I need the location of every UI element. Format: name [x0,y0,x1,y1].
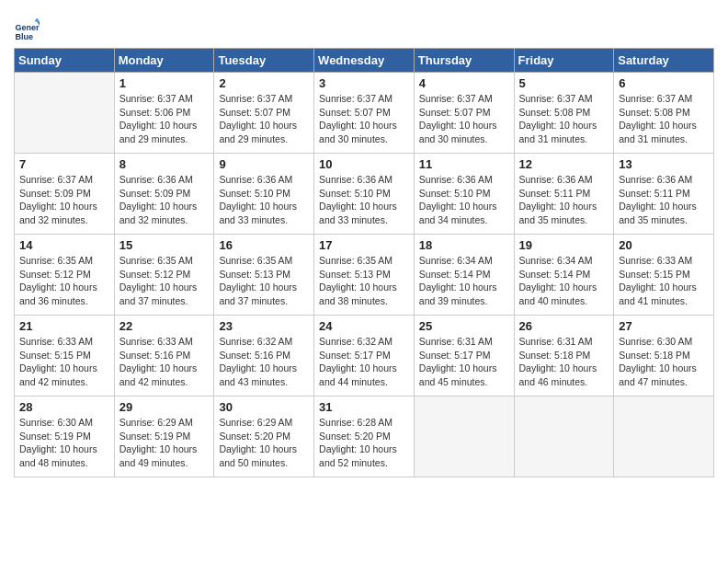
calendar-cell: 31Sunrise: 6:28 AM Sunset: 5:20 PM Dayli… [314,396,415,477]
calendar-cell: 28Sunrise: 6:30 AM Sunset: 5:19 PM Dayli… [15,396,115,477]
calendar-cell [414,396,514,477]
calendar-cell: 26Sunrise: 6:31 AM Sunset: 5:18 PM Dayli… [514,316,614,396]
day-info: Sunrise: 6:29 AM Sunset: 5:20 PM Dayligh… [219,416,309,470]
calendar-cell: 6Sunrise: 6:37 AM Sunset: 5:08 PM Daylig… [614,73,714,154]
calendar-cell: 2Sunrise: 6:37 AM Sunset: 5:07 PM Daylig… [214,73,314,154]
calendar-cell: 15Sunrise: 6:35 AM Sunset: 5:12 PM Dayli… [114,235,214,316]
calendar-cell: 30Sunrise: 6:29 AM Sunset: 5:20 PM Dayli… [214,396,314,477]
day-info: Sunrise: 6:28 AM Sunset: 5:20 PM Dayligh… [319,416,409,470]
day-number: 15 [119,238,210,252]
calendar-cell: 22Sunrise: 6:33 AM Sunset: 5:16 PM Dayli… [114,316,214,396]
day-number: 25 [419,319,509,333]
calendar-cell: 10Sunrise: 6:36 AM Sunset: 5:10 PM Dayli… [314,154,415,235]
calendar-week-2: 7Sunrise: 6:37 AM Sunset: 5:09 PM Daylig… [15,154,714,235]
day-number: 2 [219,76,309,90]
header-day-monday: Monday [114,49,214,73]
day-number: 12 [519,157,609,171]
day-info: Sunrise: 6:32 AM Sunset: 5:17 PM Dayligh… [319,335,409,389]
calendar-cell: 20Sunrise: 6:33 AM Sunset: 5:15 PM Dayli… [614,235,714,316]
calendar-cell: 9Sunrise: 6:36 AM Sunset: 5:10 PM Daylig… [214,154,314,235]
calendar-table: SundayMondayTuesdayWednesdayThursdayFrid… [14,48,714,477]
day-info: Sunrise: 6:34 AM Sunset: 5:14 PM Dayligh… [519,254,609,308]
calendar-cell: 7Sunrise: 6:37 AM Sunset: 5:09 PM Daylig… [15,154,115,235]
header-day-sunday: Sunday [15,49,115,73]
header-day-saturday: Saturday [614,49,714,73]
calendar-cell [15,73,115,154]
calendar-cell: 8Sunrise: 6:36 AM Sunset: 5:09 PM Daylig… [114,154,214,235]
day-info: Sunrise: 6:34 AM Sunset: 5:14 PM Dayligh… [419,254,509,308]
day-info: Sunrise: 6:37 AM Sunset: 5:07 PM Dayligh… [219,92,309,146]
day-info: Sunrise: 6:37 AM Sunset: 5:06 PM Dayligh… [119,92,210,146]
day-number: 24 [319,319,409,333]
day-number: 9 [219,157,309,171]
header-day-friday: Friday [514,49,614,73]
calendar-cell: 25Sunrise: 6:31 AM Sunset: 5:17 PM Dayli… [414,316,514,396]
day-number: 31 [319,400,409,414]
calendar-week-3: 14Sunrise: 6:35 AM Sunset: 5:12 PM Dayli… [15,235,714,316]
calendar-cell: 24Sunrise: 6:32 AM Sunset: 5:17 PM Dayli… [314,316,415,396]
day-info: Sunrise: 6:35 AM Sunset: 5:13 PM Dayligh… [219,254,309,308]
day-number: 6 [619,76,709,90]
logo: General Blue [14,17,42,42]
calendar-header-row: SundayMondayTuesdayWednesdayThursdayFrid… [15,49,714,73]
calendar-cell: 17Sunrise: 6:35 AM Sunset: 5:13 PM Dayli… [314,235,415,316]
day-info: Sunrise: 6:36 AM Sunset: 5:10 PM Dayligh… [219,173,309,227]
day-number: 16 [219,238,309,252]
day-number: 17 [319,238,409,252]
calendar-cell: 11Sunrise: 6:36 AM Sunset: 5:10 PM Dayli… [414,154,514,235]
day-number: 21 [19,319,109,333]
day-info: Sunrise: 6:32 AM Sunset: 5:16 PM Dayligh… [219,335,309,389]
calendar-cell [514,396,614,477]
day-number: 26 [519,319,609,333]
day-number: 3 [319,76,409,90]
calendar-cell: 18Sunrise: 6:34 AM Sunset: 5:14 PM Dayli… [414,235,514,316]
day-info: Sunrise: 6:31 AM Sunset: 5:17 PM Dayligh… [419,335,509,389]
header: General Blue [14,9,714,42]
calendar-cell: 12Sunrise: 6:36 AM Sunset: 5:11 PM Dayli… [514,154,614,235]
day-info: Sunrise: 6:35 AM Sunset: 5:12 PM Dayligh… [19,254,109,308]
svg-text:Blue: Blue [15,32,33,41]
calendar-cell: 19Sunrise: 6:34 AM Sunset: 5:14 PM Dayli… [514,235,614,316]
day-info: Sunrise: 6:37 AM Sunset: 5:08 PM Dayligh… [519,92,609,146]
day-number: 7 [19,157,109,171]
day-info: Sunrise: 6:31 AM Sunset: 5:18 PM Dayligh… [519,335,609,389]
calendar-cell: 16Sunrise: 6:35 AM Sunset: 5:13 PM Dayli… [214,235,314,316]
day-number: 29 [119,400,210,414]
calendar-cell: 29Sunrise: 6:29 AM Sunset: 5:19 PM Dayli… [114,396,214,477]
calendar-cell: 3Sunrise: 6:37 AM Sunset: 5:07 PM Daylig… [314,73,415,154]
calendar-cell: 23Sunrise: 6:32 AM Sunset: 5:16 PM Dayli… [214,316,314,396]
day-number: 20 [619,238,709,252]
calendar-cell: 27Sunrise: 6:30 AM Sunset: 5:18 PM Dayli… [614,316,714,396]
day-info: Sunrise: 6:36 AM Sunset: 5:10 PM Dayligh… [419,173,509,227]
calendar-week-1: 1Sunrise: 6:37 AM Sunset: 5:06 PM Daylig… [15,73,714,154]
day-info: Sunrise: 6:35 AM Sunset: 5:12 PM Dayligh… [119,254,210,308]
day-number: 19 [519,238,609,252]
day-info: Sunrise: 6:33 AM Sunset: 5:15 PM Dayligh… [19,335,109,389]
svg-marker-3 [34,17,40,21]
calendar-cell: 21Sunrise: 6:33 AM Sunset: 5:15 PM Dayli… [15,316,115,396]
calendar-cell: 14Sunrise: 6:35 AM Sunset: 5:12 PM Dayli… [15,235,115,316]
calendar-cell: 5Sunrise: 6:37 AM Sunset: 5:08 PM Daylig… [514,73,614,154]
day-number: 28 [19,400,109,414]
calendar-cell [614,396,714,477]
day-number: 13 [619,157,709,171]
day-number: 4 [419,76,509,90]
header-day-thursday: Thursday [414,49,514,73]
day-info: Sunrise: 6:36 AM Sunset: 5:11 PM Dayligh… [619,173,709,227]
day-number: 5 [519,76,609,90]
calendar-cell: 4Sunrise: 6:37 AM Sunset: 5:07 PM Daylig… [414,73,514,154]
day-info: Sunrise: 6:36 AM Sunset: 5:11 PM Dayligh… [519,173,609,227]
day-info: Sunrise: 6:33 AM Sunset: 5:15 PM Dayligh… [619,254,709,308]
day-number: 30 [219,400,309,414]
day-info: Sunrise: 6:30 AM Sunset: 5:19 PM Dayligh… [19,416,109,470]
day-number: 27 [619,319,709,333]
day-number: 10 [319,157,409,171]
calendar-week-5: 28Sunrise: 6:30 AM Sunset: 5:19 PM Dayli… [15,396,714,477]
day-number: 8 [119,157,210,171]
day-info: Sunrise: 6:36 AM Sunset: 5:10 PM Dayligh… [319,173,409,227]
logo-icon: General Blue [14,17,40,42]
header-day-wednesday: Wednesday [314,49,415,73]
day-info: Sunrise: 6:37 AM Sunset: 5:08 PM Dayligh… [619,92,709,146]
calendar-week-4: 21Sunrise: 6:33 AM Sunset: 5:15 PM Dayli… [15,316,714,396]
day-info: Sunrise: 6:33 AM Sunset: 5:16 PM Dayligh… [119,335,210,389]
